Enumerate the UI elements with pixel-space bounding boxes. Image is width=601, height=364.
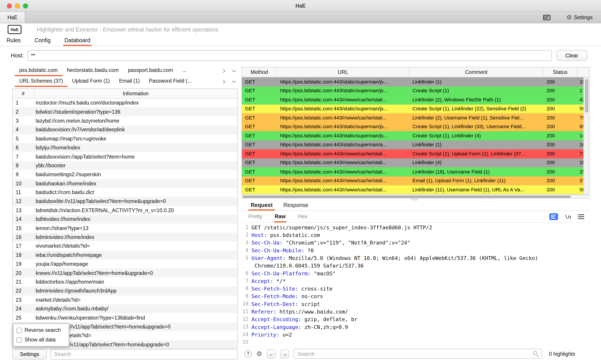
- menu-icon[interactable]: [578, 214, 584, 219]
- popup-option[interactable]: Reverse search: [17, 325, 69, 335]
- prev-match-button[interactable]: ←: [267, 349, 276, 358]
- hae-logo-icon: HaE: [8, 25, 21, 34]
- table-row[interactable]: GEThttps://pss.bdstatic.com:443/r/www/ca…: [242, 185, 589, 194]
- table-row[interactable]: 2bdwkst://student/operation?type=136: [13, 107, 238, 116]
- clear-button[interactable]: Clear: [557, 50, 587, 61]
- table-row[interactable]: 24askmybaby://com.baidu.mbaby/: [13, 304, 238, 313]
- type-tab[interactable]: Email (1): [114, 76, 144, 87]
- word-wrap-icon[interactable]: [549, 213, 558, 220]
- type-tab[interactable]: Upload Form (1): [68, 76, 114, 87]
- close-button[interactable]: [7, 3, 12, 8]
- host-tab[interactable]: hectorstatic.baidu.com: [62, 66, 123, 76]
- left-search-input[interactable]: [50, 349, 238, 359]
- table-row[interactable]: 1mzdoctor://muzhi.baidu.com/doctorapp/in…: [13, 98, 238, 107]
- table-row[interactable]: 17vivomarket://details?id=: [13, 242, 238, 250]
- gear-icon[interactable]: ⚙: [256, 350, 262, 357]
- column-header-extra[interactable]: [577, 67, 589, 77]
- table-row[interactable]: 3lazybd://com.melon.lazymelon/home: [13, 116, 238, 125]
- table-row[interactable]: 7baiduboxvision://appTab/select?item=hom…: [13, 152, 238, 161]
- window-layout-icon[interactable]: [543, 15, 551, 20]
- table-row[interactable]: 16bdminivideo://home/index: [13, 233, 238, 242]
- column-header-comment[interactable]: Comment: [409, 67, 543, 77]
- scrollbar-thumb[interactable]: [243, 195, 571, 198]
- host-tab[interactable]: passport.baidu.com: [123, 66, 178, 76]
- column-header-method[interactable]: Method: [242, 67, 277, 77]
- column-header-number[interactable]: #: [13, 89, 34, 98]
- table-row[interactable]: 10baiduhaokan://home/index: [13, 179, 238, 188]
- settings-button[interactable]: ⚙ Settings: [567, 14, 593, 20]
- table-row[interactable]: GEThttps://pss.bdstatic.com:443/r/www/ca…: [242, 113, 589, 122]
- chevron-right-icon[interactable]: [220, 68, 226, 74]
- table-row[interactable]: 5baidumap://map?src=uginvoke: [13, 134, 238, 143]
- table-row[interactable]: GEThttps://pss.bdstatic.com:443/static/s…: [242, 86, 589, 95]
- table-row[interactable]: GEThttps://pss.bdstatic.com:443/static/s…: [242, 131, 589, 140]
- table-row[interactable]: 20knews://v11/appTab/select?item=home&up…: [13, 268, 238, 277]
- host-tab[interactable]: pss.bdstatic.com: [15, 66, 62, 76]
- editor-search-input[interactable]: [294, 349, 542, 359]
- request-line: 13Accept-Language: zh-CN,zh;q=0.9: [241, 323, 590, 331]
- vertical-scrollbar[interactable]: [583, 77, 589, 194]
- checkbox-icon[interactable]: [17, 328, 22, 333]
- table-row[interactable]: 22bdminivideo://growth/launch3rdApp: [13, 287, 238, 296]
- table-row[interactable]: GEThttps://pss.bdstatic.com:443/r/www/ca…: [242, 158, 589, 167]
- zoom-button[interactable]: [23, 3, 28, 8]
- type-tab[interactable]: Password Field (...: [144, 76, 197, 87]
- table-row[interactable]: GEThttps://pss.bdstatic.com:443/static/s…: [242, 122, 589, 131]
- popup-option[interactable]: Show all data: [17, 335, 69, 345]
- table-row[interactable]: 19youjia://app/homepage: [13, 259, 238, 268]
- nav-tab[interactable]: Config: [33, 35, 52, 46]
- table-row[interactable]: GEThttps://pss.bdstatic.com:443/static/s…: [242, 77, 589, 86]
- table-row[interactable]: 6bdyiju://home/index: [13, 143, 238, 152]
- horizontal-scrollbar[interactable]: [241, 194, 590, 199]
- table-row[interactable]: 4baiduboxvision://v7/vendor/ad/deeplink: [13, 125, 238, 134]
- view-tab[interactable]: Pretty: [248, 211, 263, 222]
- table-row[interactable]: GEThttps://pss.bdstatic.com:443/static/s…: [242, 140, 589, 149]
- row-information: bdwenku://wenku/operation?type=136&tab=f…: [34, 315, 238, 321]
- table-row[interactable]: 15lemon://share?type=13: [13, 224, 238, 233]
- left-settings-button[interactable]: Settings: [12, 349, 47, 359]
- newline-toggle[interactable]: \n: [565, 214, 571, 220]
- chevron-down-icon[interactable]: [231, 78, 237, 84]
- column-header-status[interactable]: Status: [543, 67, 577, 77]
- header-value: GET /static/superman/js/s_super_index-3f…: [251, 223, 432, 231]
- line-number: [241, 262, 251, 269]
- table-row[interactable]: GEThttps://pss.bdstatic.com:443/r/www/ca…: [242, 167, 589, 176]
- table-row[interactable]: 12baiduboxlite://v11/appTab/select?item=…: [13, 197, 238, 206]
- app-tab-hae[interactable]: HaE: [0, 12, 25, 23]
- type-tab-bar: URL Schemes (37)Upload Form (1)Email (1)…: [11, 76, 238, 87]
- table-row[interactable]: 13bdnetdisk://n/action.EXTERNAL_ACTIVITY…: [13, 206, 238, 215]
- message-tab[interactable]: Response: [281, 201, 311, 211]
- help-icon[interactable]: ?: [245, 350, 252, 357]
- table-row[interactable]: 9baiduimsettings2://superskin: [13, 170, 238, 179]
- nav-tab[interactable]: Rules: [5, 35, 22, 46]
- header-name: User-Agent:: [251, 254, 286, 262]
- chevron-right-icon[interactable]: [220, 78, 226, 84]
- minimize-button[interactable]: [15, 3, 20, 8]
- table-row[interactable]: 21bddoctorbox://app/home/main: [13, 278, 238, 287]
- next-match-button[interactable]: →: [280, 349, 289, 358]
- table-row[interactable]: 23market://details?id=: [13, 296, 238, 304]
- table-row[interactable]: GEThttps://pss.bdstatic.com:443/r/www/ca…: [242, 95, 589, 104]
- table-row[interactable]: 14bdhkvideo://home/index: [13, 215, 238, 224]
- checkbox-icon[interactable]: [17, 337, 22, 342]
- column-header-url[interactable]: URL: [277, 67, 409, 77]
- table-row[interactable]: GEThttps://pss.bdstatic.com:443/r/www/ca…: [242, 176, 589, 185]
- chevron-down-icon[interactable]: [231, 68, 237, 74]
- table-row[interactable]: 8ybb://booster: [13, 161, 238, 170]
- host-tab[interactable]: ...: [178, 66, 191, 76]
- table-row[interactable]: 25bdwenku://wenku/operation?type=136&tab…: [13, 313, 238, 322]
- type-tab[interactable]: URL Schemes (37): [15, 76, 68, 87]
- message-tab[interactable]: Request: [248, 201, 275, 211]
- table-row[interactable]: 18ieba://unidispatch/homepage: [13, 250, 238, 259]
- host-filter-input[interactable]: [28, 50, 552, 61]
- column-header-information[interactable]: Information: [34, 89, 238, 98]
- host-tabs-group: pss.bdstatic.comhectorstatic.baidu.compa…: [15, 66, 191, 76]
- table-row[interactable]: GEThttps://pss.bdstatic.com:443/static/s…: [242, 104, 589, 113]
- table-row[interactable]: 11baidudict://com.baidu.dict: [13, 188, 238, 197]
- request-editor[interactable]: 1GET /static/superman/js/s_super_index-3…: [241, 223, 590, 347]
- scrollbar-thumb[interactable]: [585, 79, 588, 113]
- view-tab[interactable]: Raw: [274, 211, 286, 222]
- view-tab[interactable]: Hex: [297, 211, 308, 222]
- nav-tab[interactable]: Databoard: [63, 35, 91, 46]
- table-row[interactable]: GEThttps://pss.bdstatic.com:443/r/www/ca…: [242, 149, 589, 158]
